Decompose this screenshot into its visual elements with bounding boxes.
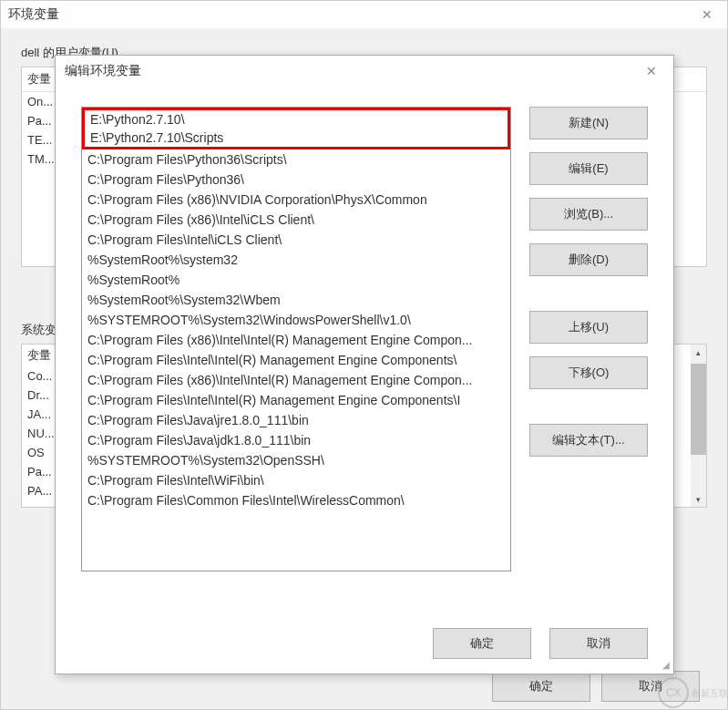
cancel-button[interactable]: 取消 bbox=[549, 628, 648, 659]
scroll-up-icon[interactable]: ▴ bbox=[691, 345, 706, 360]
new-button[interactable]: 新建(N) bbox=[529, 107, 648, 139]
list-item[interactable]: C:\Program Files\Python36\Scripts\ bbox=[82, 149, 510, 170]
list-item[interactable]: C:\Program Files\Intel\WiFi\bin\ bbox=[82, 470, 510, 490]
front-dialog-title: 编辑环境变量 bbox=[65, 63, 141, 79]
list-item[interactable]: C:\Program Files (x86)\Intel\Intel(R) Ma… bbox=[82, 330, 510, 350]
move-up-button[interactable]: 上移(U) bbox=[529, 311, 648, 344]
list-item[interactable]: E:\Python2.7.10\Scripts bbox=[85, 129, 508, 147]
watermark-text: 创新互联 bbox=[692, 688, 728, 698]
list-item[interactable]: %SystemRoot%\system32 bbox=[82, 250, 510, 270]
resize-grip-icon[interactable]: ◢ bbox=[662, 660, 670, 670]
list-item[interactable]: C:\Program Files\Intel\iCLS Client\ bbox=[82, 230, 510, 250]
back-titlebar: 环境变量 ✕ bbox=[1, 1, 727, 28]
scroll-down-icon[interactable]: ▾ bbox=[691, 491, 706, 507]
list-item[interactable]: C:\Program Files\Java\jdk1.8.0_111\bin bbox=[82, 430, 510, 450]
list-item[interactable]: C:\Program Files\Python36\ bbox=[82, 170, 510, 190]
list-item[interactable]: %SystemRoot% bbox=[82, 270, 510, 290]
watermark-logo-icon: CX bbox=[658, 677, 689, 708]
edit-env-var-dialog: 编辑环境变量 ✕ E:\Python2.7.10\ E:\Python2.7.1… bbox=[55, 55, 674, 674]
list-item[interactable]: %SYSTEMROOT%\System32\WindowsPowerShell\… bbox=[82, 310, 510, 330]
watermark: CX 创新互联 bbox=[658, 677, 728, 708]
delete-button[interactable]: 删除(D) bbox=[529, 243, 648, 276]
highlighted-rows: E:\Python2.7.10\ E:\Python2.7.10\Scripts bbox=[82, 108, 510, 149]
close-icon[interactable]: ✕ bbox=[694, 4, 720, 26]
ok-button[interactable]: 确定 bbox=[433, 628, 531, 659]
list-item[interactable]: C:\Program Files\Intel\Intel(R) Manageme… bbox=[82, 390, 510, 410]
list-item[interactable]: C:\Program Files\Intel\Intel(R) Manageme… bbox=[82, 350, 510, 370]
back-window-title: 环境变量 bbox=[8, 6, 59, 23]
list-item[interactable]: %SYSTEMROOT%\System32\OpenSSH\ bbox=[82, 450, 510, 470]
scroll-thumb[interactable] bbox=[691, 364, 706, 455]
list-item[interactable]: C:\Program Files (x86)\Intel\Intel(R) Ma… bbox=[82, 370, 510, 390]
list-item[interactable]: C:\Program Files\Common Files\Intel\Wire… bbox=[82, 490, 510, 510]
edit-button[interactable]: 编辑(E) bbox=[529, 152, 648, 185]
back-ok-button[interactable]: 确定 bbox=[492, 671, 590, 702]
scrollbar[interactable]: ▴ ▾ bbox=[691, 345, 706, 507]
move-down-button[interactable]: 下移(O) bbox=[529, 356, 648, 389]
browse-button[interactable]: 浏览(B)... bbox=[529, 198, 648, 231]
list-item[interactable]: C:\Program Files\Java\jre1.8.0_111\bin bbox=[82, 410, 510, 430]
edit-text-button[interactable]: 编辑文本(T)... bbox=[529, 424, 648, 457]
close-icon[interactable]: ✕ bbox=[639, 60, 664, 82]
front-titlebar: 编辑环境变量 ✕ bbox=[56, 56, 673, 87]
path-listbox[interactable]: E:\Python2.7.10\ E:\Python2.7.10\Scripts… bbox=[81, 107, 511, 571]
list-item[interactable]: E:\Python2.7.10\ bbox=[85, 110, 508, 129]
list-item[interactable]: %SystemRoot%\System32\Wbem bbox=[82, 290, 510, 310]
list-item[interactable]: C:\Program Files (x86)\NVIDIA Corporatio… bbox=[82, 190, 510, 210]
list-item[interactable]: C:\Program Files (x86)\Intel\iCLS Client… bbox=[82, 210, 510, 230]
